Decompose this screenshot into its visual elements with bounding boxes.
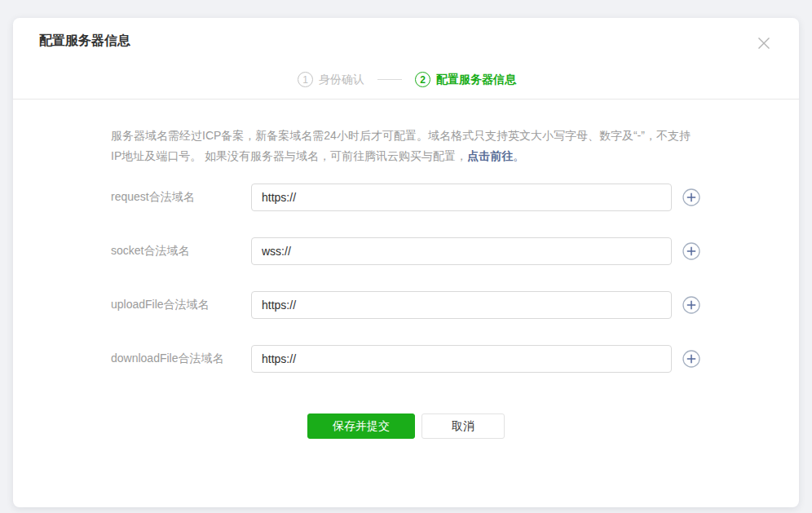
step-identity-confirm: 1 身份确认: [298, 72, 364, 87]
step-separator-line: [377, 79, 402, 80]
close-button[interactable]: [753, 33, 774, 54]
plus-circle-icon: [682, 242, 700, 260]
socket-domain-input[interactable]: [251, 237, 672, 265]
dialog-title: 配置服务器信息: [39, 33, 130, 50]
add-request-domain-button[interactable]: [682, 188, 701, 207]
request-domain-input[interactable]: [251, 184, 672, 211]
form-row-request-domain: request合法域名: [111, 184, 701, 211]
downloadfile-domain-label: downloadFile合法域名: [111, 352, 251, 366]
step-2-label: 配置服务器信息: [436, 73, 516, 87]
add-socket-domain-button[interactable]: [682, 241, 701, 261]
note-text: 服务器域名需经过ICP备案，新备案域名需24小时后才可配置。域名格式只支持英文大…: [111, 129, 691, 162]
plus-circle-icon: [682, 350, 700, 368]
form-row-downloadfile-domain: downloadFile合法域名: [111, 345, 701, 373]
plus-circle-icon: [682, 188, 700, 206]
save-and-submit-button[interactable]: 保存并提交: [307, 413, 415, 439]
step-2-circle: 2: [415, 72, 430, 87]
uploadfile-domain-input[interactable]: [251, 291, 672, 319]
dialog-header-top: 配置服务器信息: [39, 33, 774, 54]
note-trailing-period: 。: [513, 149, 524, 162]
domain-requirements-note: 服务器域名需经过ICP备案，新备案域名需24小时后才可配置。域名格式只支持英文大…: [111, 126, 701, 166]
request-domain-label: request合法域名: [111, 190, 251, 205]
downloadfile-domain-input[interactable]: [251, 345, 672, 373]
add-downloadfile-domain-button[interactable]: [682, 349, 701, 369]
cancel-button[interactable]: 取消: [421, 413, 505, 439]
step-indicator: 1 身份确认 2 配置服务器信息: [39, 72, 774, 87]
add-uploadfile-domain-button[interactable]: [682, 295, 701, 315]
uploadfile-domain-label: uploadFile合法域名: [111, 298, 251, 312]
step-configure-server: 2 配置服务器信息: [415, 72, 516, 87]
form-row-socket-domain: socket合法域名: [111, 237, 701, 265]
close-icon: [755, 34, 773, 52]
step-1-circle: 1: [298, 72, 313, 87]
dialog-footer: 保存并提交 取消: [111, 413, 701, 439]
plus-circle-icon: [682, 296, 700, 314]
socket-domain-label: socket合法域名: [111, 244, 251, 259]
dialog-body: 服务器域名需经过ICP备案，新备案域名需24小时后才可配置。域名格式只支持英文大…: [13, 100, 799, 439]
dialog-header: 配置服务器信息 1 身份确认 2 配置服务器信息: [13, 18, 799, 100]
configure-server-dialog: 配置服务器信息 1 身份确认 2 配置服务器信息 服务器域名需经过ICP备案，新…: [13, 18, 799, 507]
step-1-label: 身份确认: [319, 73, 364, 87]
form-row-uploadfile-domain: uploadFile合法域名: [111, 291, 701, 319]
go-to-tencent-cloud-link[interactable]: 点击前往: [467, 149, 513, 162]
